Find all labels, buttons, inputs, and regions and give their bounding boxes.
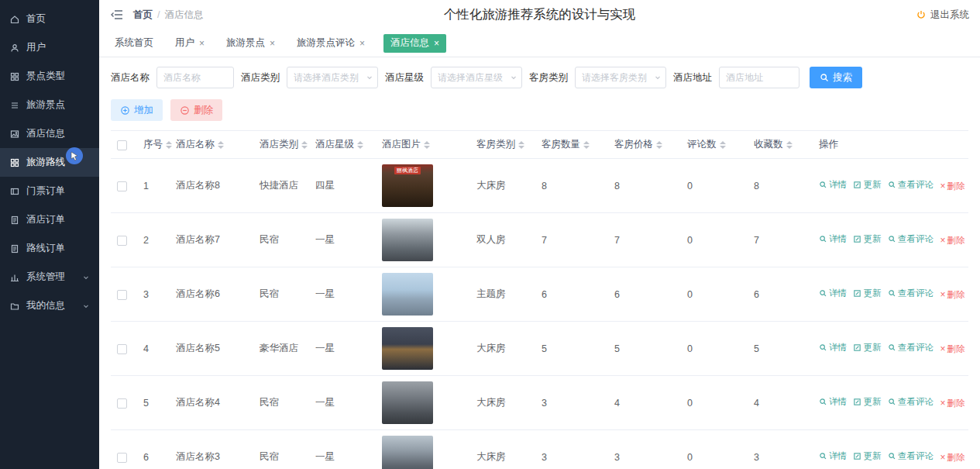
- row-checkbox[interactable]: [117, 453, 127, 463]
- sort-caret[interactable]: [218, 141, 224, 149]
- sidebar-item-users[interactable]: 用户: [0, 33, 99, 62]
- tab-close-icon[interactable]: ×: [270, 39, 275, 48]
- update-link[interactable]: 更新: [853, 342, 881, 353]
- view-comments-link[interactable]: 查看评论: [888, 288, 934, 299]
- delete-link[interactable]: ×删除: [940, 452, 965, 464]
- delete-link[interactable]: ×删除: [940, 343, 965, 355]
- sidebar-item-hotel-orders[interactable]: 酒店订单: [0, 205, 99, 234]
- sidebar-item-route-orders[interactable]: 路线订单: [0, 234, 99, 263]
- detail-link[interactable]: 详情: [819, 342, 847, 353]
- cell-no: 1: [143, 181, 149, 191]
- breadcrumb-current: 酒店信息: [164, 9, 203, 22]
- sidebar-item-attraction-types[interactable]: 景点类型: [0, 62, 99, 91]
- room-category-select[interactable]: [575, 67, 666, 88]
- column-header: 酒店星级: [315, 138, 354, 151]
- detail-link[interactable]: 详情: [819, 396, 847, 408]
- cell-comments: 0: [687, 235, 693, 246]
- delete-link[interactable]: ×删除: [940, 235, 965, 247]
- row-checkbox[interactable]: [117, 181, 127, 191]
- detail-link[interactable]: 详情: [819, 288, 847, 299]
- hotel-category-select-input[interactable]: [287, 67, 378, 88]
- cell-hotel-name: 酒店名称3: [176, 451, 220, 462]
- edit-icon: [853, 289, 861, 298]
- sidebar-item-my-info[interactable]: 我的信息: [0, 291, 99, 320]
- sort-caret[interactable]: [720, 141, 726, 149]
- delete-button[interactable]: 删除: [170, 99, 222, 121]
- cell-category: 民宿: [260, 234, 279, 245]
- sort-caret[interactable]: [166, 141, 172, 149]
- sort-caret[interactable]: [656, 141, 662, 149]
- update-link[interactable]: 更新: [853, 450, 881, 462]
- hotel-star-select-input[interactable]: [431, 67, 522, 88]
- row-checkbox[interactable]: [117, 236, 127, 246]
- view-comments-link[interactable]: 查看评论: [888, 179, 934, 191]
- tab-system-home[interactable]: 系统首页: [112, 34, 156, 53]
- tab-attractions[interactable]: 旅游景点 ×: [223, 34, 278, 53]
- collapse-sidebar-icon[interactable]: [110, 9, 124, 21]
- cell-star: 一星: [315, 343, 335, 353]
- cell-favorites: 3: [754, 452, 759, 463]
- sort-caret[interactable]: [357, 141, 363, 149]
- hotel-name-input[interactable]: [156, 67, 234, 88]
- sort-caret[interactable]: [301, 141, 308, 149]
- grid-icon: [9, 71, 20, 82]
- page-title: 个性化旅游推荐系统的设计与实现: [444, 6, 636, 23]
- room-category-select-input[interactable]: [575, 67, 666, 88]
- detail-link[interactable]: 详情: [819, 233, 847, 245]
- view-comments-link[interactable]: 查看评论: [888, 233, 934, 245]
- update-link[interactable]: 更新: [853, 396, 881, 408]
- add-button[interactable]: 增加: [111, 99, 163, 121]
- sidebar-item-hotel-info[interactable]: 酒店信息: [0, 119, 99, 148]
- edit-icon: [853, 181, 861, 189]
- delete-link[interactable]: ×删除: [940, 181, 965, 192]
- sidebar-item-label: 酒店信息: [26, 127, 65, 140]
- row-checkbox[interactable]: [117, 398, 127, 409]
- sidebar-item-system-management[interactable]: 系统管理: [0, 263, 99, 291]
- tab-close-icon[interactable]: ×: [199, 39, 205, 48]
- detail-link[interactable]: 详情: [819, 450, 847, 462]
- cell-comments: 0: [687, 181, 693, 191]
- detail-link[interactable]: 详情: [819, 179, 847, 191]
- sidebar-item-ticket-orders[interactable]: 门票订单: [0, 177, 99, 205]
- document-icon: [9, 243, 20, 254]
- tab-close-icon[interactable]: ×: [359, 39, 365, 48]
- view-comments-link[interactable]: 查看评论: [888, 342, 934, 353]
- update-link[interactable]: 更新: [853, 179, 881, 191]
- tab-close-icon[interactable]: ×: [434, 39, 439, 48]
- row-checkbox[interactable]: [117, 344, 127, 354]
- update-link[interactable]: 更新: [853, 233, 881, 245]
- tab-hotel-info[interactable]: 酒店信息 ×: [383, 34, 446, 53]
- view-comments-link[interactable]: 查看评论: [888, 450, 934, 462]
- tab-users[interactable]: 用户 ×: [172, 34, 208, 53]
- tab-attraction-comments[interactable]: 旅游景点评论 ×: [294, 34, 368, 53]
- chart-icon: [9, 272, 20, 283]
- select-all-checkbox[interactable]: [117, 140, 127, 150]
- search-icon: [888, 235, 896, 243]
- breadcrumb-home[interactable]: 首页: [133, 9, 153, 22]
- sidebar-item-travel-routes[interactable]: 旅游路线: [0, 148, 99, 177]
- column-header: 酒店类别: [260, 138, 298, 151]
- cell-hotel-name: 酒店名称4: [176, 397, 220, 408]
- cell-hotel-name: 酒店名称8: [176, 180, 220, 191]
- delete-link[interactable]: ×删除: [940, 289, 965, 301]
- cell-price: 6: [614, 289, 620, 300]
- cell-favorites: 7: [754, 235, 759, 246]
- sort-caret[interactable]: [518, 141, 524, 149]
- sort-caret[interactable]: [583, 141, 590, 149]
- sidebar-item-label: 景点类型: [26, 70, 65, 83]
- table-row: 3 酒店名称6 民宿 一星 主题房 6 6 0 6 详情 更新 查看评论: [111, 267, 968, 322]
- view-comments-link[interactable]: 查看评论: [888, 396, 934, 408]
- delete-link[interactable]: ×删除: [940, 398, 965, 409]
- search-button[interactable]: 搜索: [810, 67, 862, 88]
- update-link[interactable]: 更新: [853, 288, 881, 299]
- sidebar-item-home[interactable]: 首页: [0, 5, 99, 33]
- cell-room-count: 3: [542, 452, 547, 463]
- sort-caret[interactable]: [786, 141, 793, 149]
- sort-caret[interactable]: [424, 141, 430, 149]
- logout-button[interactable]: 退出系统: [916, 9, 969, 22]
- hotel-star-select[interactable]: [431, 67, 522, 88]
- row-checkbox[interactable]: [117, 290, 127, 300]
- hotel-category-select[interactable]: [287, 67, 378, 88]
- hotel-address-input[interactable]: [719, 67, 799, 88]
- sidebar-item-attractions[interactable]: 旅游景点: [0, 91, 99, 119]
